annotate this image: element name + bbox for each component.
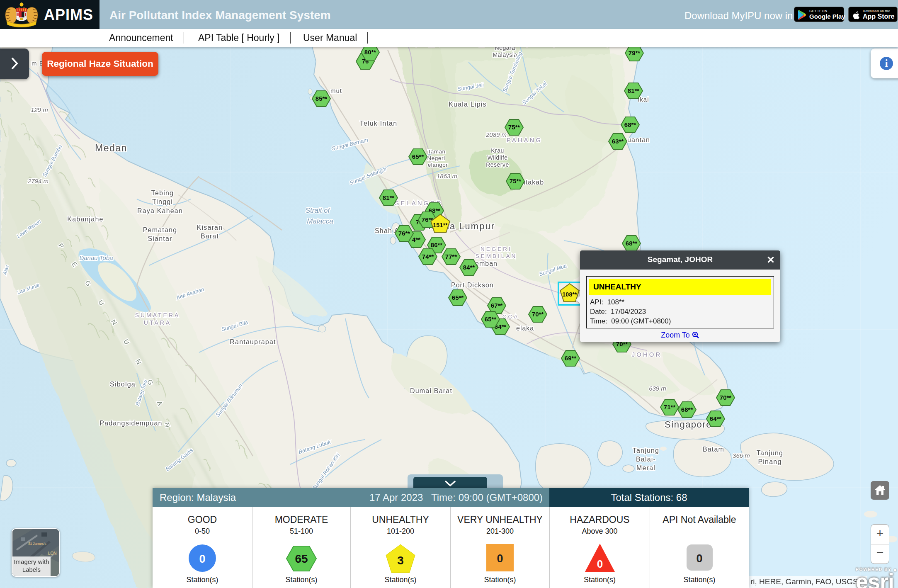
svg-text:Malacca: Malacca: [307, 217, 333, 225]
svg-text:Sibolga: Sibolga: [110, 381, 136, 388]
svg-text:Singapore: Singapore: [665, 419, 712, 430]
svg-text:108**: 108**: [562, 291, 577, 298]
svg-text:Rantauprapat: Rantauprapat: [230, 338, 276, 345]
svg-text:Barat: Barat: [201, 233, 219, 240]
svg-text:Reserve: Reserve: [486, 161, 509, 168]
svg-text:85**: 85**: [316, 95, 328, 102]
svg-text:Taman: Taman: [427, 148, 445, 155]
svg-text:366 m: 366 m: [733, 452, 750, 459]
svg-text:68**: 68**: [626, 240, 638, 247]
svg-text:Negeri: Negeri: [427, 155, 445, 161]
svg-text:Tanjung: Tanjung: [757, 450, 783, 457]
svg-text:63**: 63**: [612, 138, 624, 145]
svg-text:70**: 70**: [532, 311, 544, 318]
svg-text:Padangsidempuan: Padangsidempuan: [100, 420, 162, 427]
svg-text:65**: 65**: [485, 316, 497, 323]
svg-text:Batam: Batam: [703, 446, 724, 453]
svg-text:Dumai Barat: Dumai Barat: [410, 387, 452, 394]
svg-text:NEGERI: NEGERI: [481, 246, 512, 252]
svg-text:Pematang: Pematang: [143, 226, 177, 233]
svg-text:69**: 69**: [565, 355, 577, 362]
svg-text:Medan: Medan: [95, 143, 127, 153]
svg-text:Danau Toba: Danau Toba: [79, 254, 113, 261]
svg-text:SEMBILAN: SEMBILAN: [476, 253, 517, 259]
svg-text:emban: emban: [475, 260, 498, 267]
svg-text:75**: 75**: [508, 124, 520, 131]
svg-text:Pinang: Pinang: [758, 458, 782, 465]
svg-text:71**: 71**: [664, 403, 676, 411]
svg-text:Wildlife: Wildlife: [487, 154, 507, 161]
svg-text:65: 65: [295, 552, 308, 565]
svg-text:68**: 68**: [681, 406, 693, 413]
svg-text:elangor: elangor: [428, 162, 448, 168]
svg-text:Balai-: Balai-: [636, 456, 656, 463]
svg-text:Raya Kahean: Raya Kahean: [137, 207, 183, 214]
svg-text:Siantar: Siantar: [148, 235, 172, 242]
svg-text:Kuala Lipis: Kuala Lipis: [449, 101, 486, 108]
svg-text:Kabanjahe: Kabanjahe: [67, 216, 103, 223]
svg-text:76**: 76**: [398, 230, 410, 237]
svg-text:70**: 70**: [720, 394, 732, 401]
svg-text:JOHOR: JOHOR: [632, 351, 662, 358]
svg-text:81**: 81**: [628, 87, 640, 94]
svg-text:79**: 79**: [629, 49, 641, 56]
svg-text:0: 0: [696, 552, 702, 565]
svg-text:Malaysia: Malaysia: [493, 51, 517, 58]
svg-text:Tebing: Tebing: [151, 190, 174, 197]
svg-text:81**: 81**: [383, 194, 395, 201]
svg-text:67**: 67**: [491, 302, 503, 309]
svg-text:74**: 74**: [422, 253, 434, 260]
svg-text:uantan: uantan: [627, 136, 650, 143]
svg-text:129 m: 129 m: [31, 106, 48, 113]
svg-text:0: 0: [597, 558, 602, 570]
svg-text:LON: LON: [48, 551, 57, 556]
svg-text:Kisaran: Kisaran: [197, 224, 223, 231]
svg-text:St James's: St James's: [28, 542, 46, 546]
svg-text:ikai: ikai: [638, 96, 649, 103]
svg-text:Tinggi: Tinggi: [152, 198, 173, 205]
svg-text:1863 m: 1863 m: [437, 173, 457, 180]
svg-text:4**: 4**: [412, 236, 420, 243]
svg-text:639 m: 639 m: [649, 385, 666, 392]
svg-text:Strait of: Strait of: [306, 207, 331, 214]
svg-text:77**: 77**: [445, 253, 457, 260]
svg-text:elaka: elaka: [516, 325, 534, 332]
svg-text:2794 m: 2794 m: [27, 177, 49, 185]
svg-text:0: 0: [497, 552, 503, 565]
svg-text:84**: 84**: [463, 264, 475, 271]
svg-text:Tanjung: Tanjung: [633, 447, 659, 454]
svg-text:3: 3: [397, 554, 404, 567]
svg-text:151**: 151**: [433, 222, 448, 228]
svg-text:75**: 75**: [510, 177, 522, 185]
svg-text:65**: 65**: [412, 153, 424, 160]
svg-text:SUMATERA: SUMATERA: [135, 312, 180, 318]
svg-text:Krau: Krau: [491, 147, 504, 154]
svg-text:68**: 68**: [624, 121, 636, 128]
svg-text:80**: 80**: [364, 49, 376, 56]
svg-text:ntakab: ntakab: [522, 179, 544, 186]
svg-text:86**: 86**: [431, 241, 443, 248]
svg-text:Meral: Meral: [636, 464, 655, 471]
svg-text:2089 m: 2089 m: [485, 131, 507, 138]
svg-text:Port Dickson: Port Dickson: [451, 282, 494, 289]
svg-text:65**: 65**: [452, 294, 464, 301]
svg-text:Teluk Intan: Teluk Intan: [360, 120, 398, 127]
svg-text:mut: mut: [330, 87, 342, 94]
svg-text:UTARA: UTARA: [144, 319, 171, 326]
svg-text:0: 0: [199, 553, 205, 565]
svg-text:64**: 64**: [710, 415, 722, 422]
svg-text:PAHANG: PAHANG: [507, 136, 542, 143]
